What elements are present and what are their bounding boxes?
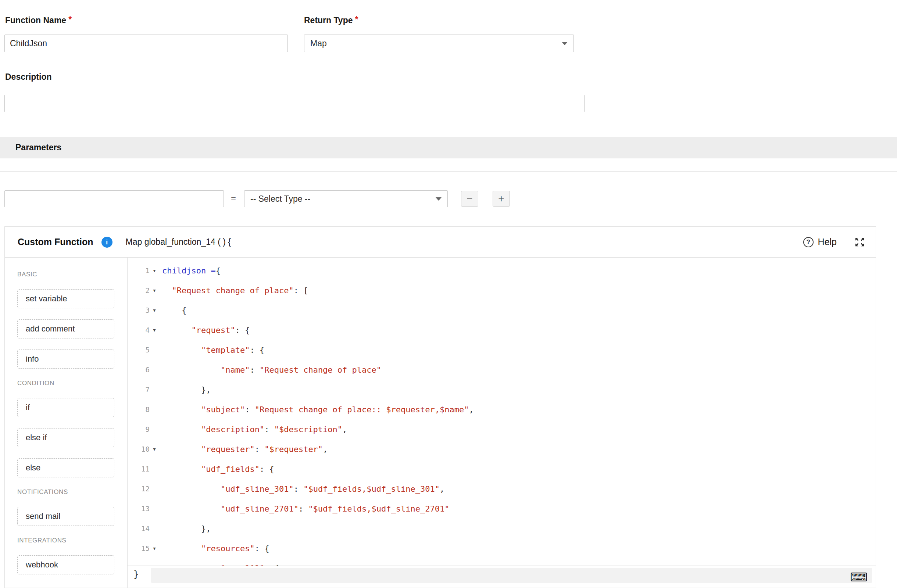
required-asterisk: * [355,15,358,24]
line-gutter: 10▾ [127,445,158,453]
code-text[interactable]: "resources": { [158,544,269,553]
code-text[interactable]: "udf_fields": { [158,464,274,474]
code-text[interactable]: childjson ={ [158,266,220,275]
function-signature: Map global_function_14 ( ) { [126,237,231,247]
info-icon[interactable]: i [101,237,112,248]
parameters-section-header: Parameters [0,137,897,158]
help-label: Help [818,237,837,247]
keyboard-icon[interactable]: ⌨ [850,571,868,583]
panel-body: BASICset variableadd commentinfoCONDITIO… [5,258,876,588]
snippet-button-add-comment[interactable]: add comment [17,319,114,339]
snippet-button-send-mail[interactable]: send mail [17,507,114,526]
line-number: 2 [145,286,150,294]
line-gutter: 8 [127,405,158,414]
code-line[interactable]: 5 "template": { [127,340,876,360]
snippet-button-set-variable[interactable]: set variable [17,289,114,309]
snippet-button-else[interactable]: else [17,458,114,477]
return-type-label-text: Return Type [304,15,352,25]
panel-title: Custom Function [18,237,93,247]
line-number: 6 [145,366,150,374]
code-text[interactable]: }, [158,385,211,394]
fold-arrow-icon[interactable]: ▾ [150,545,158,551]
code-line[interactable]: 8 "subject": "Request change of place:: … [127,400,876,419]
code-text[interactable]: "udf_sline_301": "$udf_fields,$udf_sline… [158,484,444,493]
code-line[interactable]: 15▾ "resources": { [127,538,876,558]
code-line[interactable]: 11 "udf_fields": { [127,459,876,479]
required-asterisk: * [68,15,72,24]
code-line[interactable]: 13 "udf_sline_2701": "$udf_fields,$udf_s… [127,499,876,519]
divider [0,171,897,172]
code-line[interactable]: 16 "res_202": { [127,558,876,566]
code-line[interactable]: 4▾ "request": { [127,320,876,340]
snippet-button-else-if[interactable]: else if [17,428,114,447]
line-gutter: 4▾ [127,326,158,334]
description-label: Description [5,72,52,82]
custom-function-panel: Custom Function i Map global_function_14… [5,226,876,588]
line-number: 15 [141,544,150,552]
panel-header: Custom Function i Map global_function_14… [5,227,876,258]
remove-parameter-button[interactable]: − [461,191,478,206]
parameters-title: Parameters [15,143,61,153]
help-button[interactable]: ? Help [803,237,837,247]
code-text[interactable]: "requester": "$requester", [158,445,328,454]
line-gutter: 12 [127,485,158,493]
line-number: 11 [141,465,150,473]
fold-arrow-icon[interactable]: ▾ [150,287,158,293]
line-number: 10 [141,445,150,453]
code-line[interactable]: 14 }, [127,519,876,538]
description-label-text: Description [5,72,52,82]
sidebar-section-label: CONDITION [17,380,127,387]
code-text[interactable]: "name": "Request change of place" [158,365,381,374]
line-gutter: 14 [127,524,158,533]
code-line[interactable]: 1▾childjson ={ [127,261,876,280]
code-text[interactable]: "template": { [158,345,264,354]
code-line[interactable]: 9 "description": "$description", [127,419,876,439]
fold-arrow-icon[interactable]: ▾ [150,327,158,333]
parameter-name-input[interactable] [5,190,224,207]
sidebar-section: INTEGRATIONSwebhook [17,537,127,574]
parameter-type-value: -- Select Type -- [250,194,310,204]
return-type-value: Map [310,38,327,49]
code-line[interactable]: 7 }, [127,380,876,400]
code-text[interactable]: "request": { [158,325,250,335]
code-line[interactable]: 10▾ "requester": "$requester", [127,439,876,459]
expand-fullscreen-button[interactable] [854,236,865,248]
sidebar-section: NOTIFICATIONSsend mail [17,489,127,526]
fold-arrow-icon[interactable]: ▾ [150,267,158,273]
snippet-button-if[interactable]: if [17,398,114,417]
line-number: 5 [145,346,150,354]
equals-sign: = [229,190,238,207]
sidebar-section-label: BASIC [17,271,127,278]
line-number: 4 [145,326,150,334]
closing-brace: } [133,569,139,580]
sidebar-section: BASICset variableadd commentinfo [17,271,127,369]
code-text[interactable]: }, [158,524,211,533]
code-line[interactable]: 2▾ "Request change of place": [ [127,280,876,300]
horizontal-scrollbar[interactable] [151,568,872,583]
sidebar-section-label: INTEGRATIONS [17,537,127,544]
snippet-button-info[interactable]: info [17,350,114,369]
code-text[interactable]: "description": "$description", [158,425,347,434]
fold-arrow-icon[interactable]: ▾ [150,446,158,452]
code-line[interactable]: 3▾ { [127,300,876,320]
description-input[interactable] [5,95,585,112]
function-name-input[interactable] [5,35,288,52]
code-text[interactable]: "Request change of place": [ [158,286,308,295]
parameter-type-select[interactable]: -- Select Type -- [244,190,448,207]
code-editor[interactable]: 1▾childjson ={2▾ "Request change of plac… [127,258,876,588]
line-number: 3 [145,306,150,314]
fold-arrow-icon[interactable]: ▾ [150,307,158,313]
snippet-button-webhook[interactable]: webhook [17,555,114,574]
question-mark-icon: ? [803,237,814,247]
code-line[interactable]: 12 "udf_sline_301": "$udf_fields,$udf_sl… [127,479,876,499]
line-number: 7 [145,385,150,394]
code-line[interactable]: 6 "name": "Request change of place" [127,360,876,380]
code-text[interactable]: { [158,306,187,315]
line-gutter: 2▾ [127,286,158,294]
sidebar-section: CONDITIONifelse ifelse [17,380,127,477]
add-parameter-button[interactable]: + [493,191,510,206]
line-number: 12 [141,485,150,493]
return-type-select[interactable]: Map [304,35,574,52]
code-text[interactable]: "subject": "Request change of place:: $r… [158,405,474,414]
code-text[interactable]: "udf_sline_2701": "$udf_fields,$udf_slin… [158,504,449,513]
